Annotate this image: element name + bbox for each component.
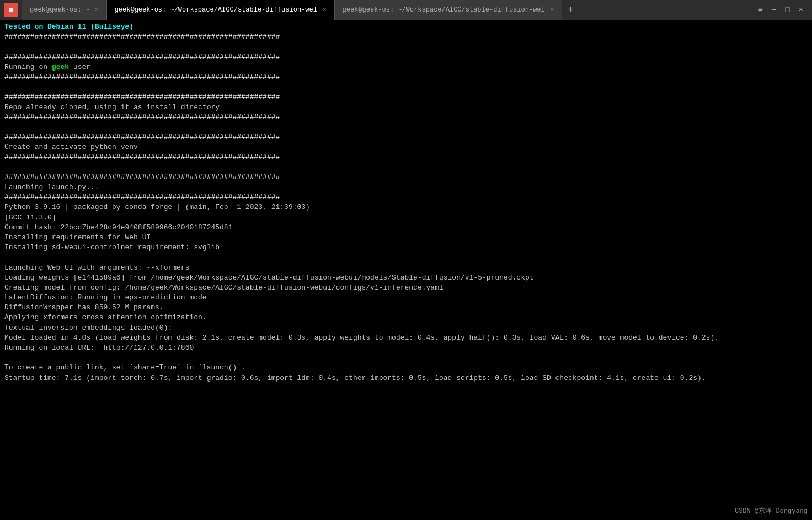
geek-highlight: geek xyxy=(52,63,69,71)
window-controls: ≡ − □ × xyxy=(758,6,808,14)
line-hash-8: ########################################… xyxy=(4,173,808,183)
tab-3-label: geek@geek-os: ~/Workspace/AIGC/stable-di… xyxy=(343,6,545,14)
tab-1-label: geek@geek-os: ~ xyxy=(30,6,89,14)
line-install-controlnet: Installing sd-webui-controlnet requireme… xyxy=(4,243,808,253)
line-hash-1: ########################################… xyxy=(4,32,808,42)
line-tested: Tested on Debian 11 (Bullseye) xyxy=(4,22,808,32)
line-empty-5 xyxy=(4,253,808,262)
line-webui-launch: Launching Web UI with arguments: --xform… xyxy=(4,263,808,273)
line-commit: Commit hash: 22bcc7be428c94e9408f589966c… xyxy=(4,223,808,233)
line-latent-diffusion: LatentDiffusion: Running in eps-predicti… xyxy=(4,293,808,303)
line-xformers: Applying xformers cross attention optimi… xyxy=(4,313,808,323)
line-gcc: [GCC 11.3.0] xyxy=(4,213,808,223)
line-hash-7: ########################################… xyxy=(4,152,808,162)
tab-3-close[interactable]: × xyxy=(551,7,554,13)
line-public-link: To create a public link, set `share=True… xyxy=(4,363,808,373)
tab-2-close[interactable]: × xyxy=(323,7,327,13)
line-empty-6 xyxy=(4,353,808,363)
tab-1-close[interactable]: × xyxy=(95,7,99,13)
line-diffusion-wrapper: DiffusionWrapper has 859.52 M params. xyxy=(4,303,808,313)
line-textual-inversion: Textual inversion embeddings loaded(0): xyxy=(4,323,808,333)
tab-2[interactable]: geek@geek-os: ~/Workspace/AIGC/stable-di… xyxy=(107,0,335,20)
line-local-url: Running on local URL: http://127.0.0.1:7… xyxy=(4,343,808,353)
tab-2-label: geek@geek-os: ~/Workspace/AIGC/stable-di… xyxy=(115,6,317,14)
line-python: Python 3.9.16 | packaged by conda-forge … xyxy=(4,202,808,212)
titlebar: ■ geek@geek-os: ~ × geek@geek-os: ~/Work… xyxy=(0,0,812,20)
line-hash-5: ########################################… xyxy=(4,112,808,122)
line-startup-time: Startup time: 7.1s (import torch: 0.7s, … xyxy=(4,373,808,383)
terminal-output: Tested on Debian 11 (Bullseye) #########… xyxy=(0,20,812,520)
terminal-app-icon: ■ xyxy=(4,3,18,17)
minimize-button[interactable]: − xyxy=(772,6,776,14)
line-hash-6: ########################################… xyxy=(4,132,808,142)
tab-1[interactable]: geek@geek-os: ~ × xyxy=(22,0,107,20)
line-repo: Repo already cloned, using it as install… xyxy=(4,103,808,112)
line-loading-weights: Loading weights [e1441589a6] from /home/… xyxy=(4,273,808,283)
menu-icon[interactable]: ≡ xyxy=(758,6,762,14)
line-hash-2: ########################################… xyxy=(4,52,808,62)
line-creating-model: Creating model from config: /home/geek/W… xyxy=(4,283,808,293)
watermark: CSDN @东洋 Dongyang xyxy=(735,506,808,516)
line-running: Running on geek user xyxy=(4,62,808,72)
line-model-loaded: Model loaded in 4.0s (load weights from … xyxy=(4,333,808,343)
maximize-button[interactable]: □ xyxy=(785,6,789,14)
line-launch: Launching launch.py... xyxy=(4,183,808,192)
line-hash-9: ########################################… xyxy=(4,192,808,202)
line-hash-4: ########################################… xyxy=(4,92,808,102)
line-empty-2 xyxy=(4,82,808,92)
new-tab-button[interactable]: + xyxy=(562,0,579,20)
line-empty-3 xyxy=(4,122,808,132)
close-button[interactable]: × xyxy=(799,6,803,14)
line-empty-1 xyxy=(4,42,808,52)
line-empty-4 xyxy=(4,163,808,173)
line-install-req: Installing requirements for Web UI xyxy=(4,233,808,243)
line-venv: Create and activate python venv xyxy=(4,142,808,152)
line-hash-3: ########################################… xyxy=(4,72,808,82)
tab-3[interactable]: geek@geek-os: ~/Workspace/AIGC/stable-di… xyxy=(335,0,563,20)
